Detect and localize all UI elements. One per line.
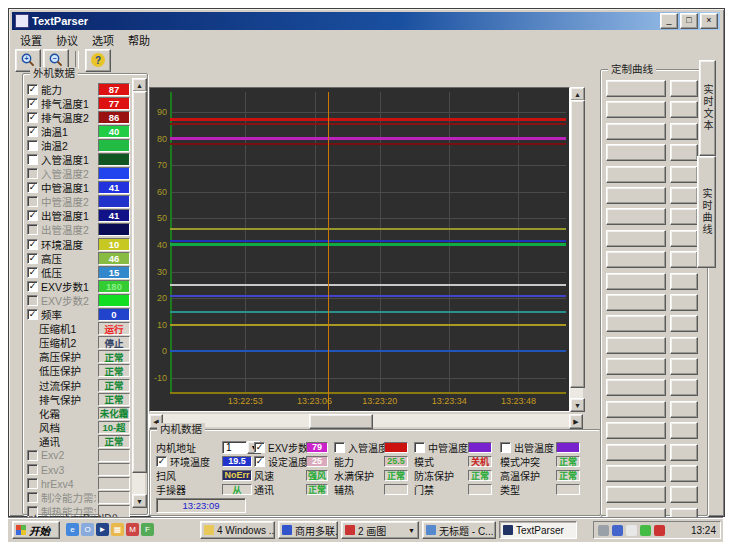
- help-button[interactable]: ?: [85, 49, 111, 72]
- custom-curve-value-button[interactable]: [670, 337, 698, 354]
- checkbox-排气温度2[interactable]: ✓: [27, 112, 38, 123]
- task-button-TextParser[interactable]: TextParser: [499, 521, 577, 539]
- custom-curve-button[interactable]: [606, 486, 666, 503]
- menu-item-2[interactable]: 协议: [49, 31, 85, 49]
- checkbox-出管温度2[interactable]: [27, 224, 38, 235]
- media-player-icon[interactable]: ►: [96, 523, 109, 536]
- custom-curve-button[interactable]: [606, 80, 666, 97]
- custom-curve-value-button[interactable]: [670, 101, 698, 118]
- checkbox-hrExv4[interactable]: [27, 478, 38, 489]
- checkbox-出管温度[interactable]: [500, 442, 511, 453]
- custom-curve-button[interactable]: [606, 358, 666, 375]
- outdoor-scrollbar[interactable]: ▲ ▼: [132, 78, 145, 508]
- custom-curve-button[interactable]: [606, 444, 666, 461]
- scroll-up-icon[interactable]: ▲: [132, 78, 147, 92]
- custom-curve-value-button[interactable]: [670, 187, 698, 204]
- side-tab-实时文本[interactable]: 实时文本: [699, 60, 716, 156]
- checkbox-EXV步数[interactable]: ✓: [254, 442, 265, 453]
- checkbox-油温1[interactable]: ✓: [27, 126, 38, 137]
- scroll-down-icon[interactable]: ▼: [570, 398, 585, 412]
- custom-curve-value-button[interactable]: [670, 315, 698, 332]
- menu-item-3[interactable]: 选项: [85, 31, 121, 49]
- time-cursor[interactable]: [328, 92, 329, 410]
- messenger-tray-icon[interactable]: [612, 525, 623, 536]
- custom-curve-button[interactable]: [606, 230, 666, 247]
- checkbox-中管温度[interactable]: [414, 442, 425, 453]
- messenger-icon[interactable]: M: [126, 523, 139, 536]
- checkbox-入管温度2[interactable]: [27, 168, 38, 179]
- printer-icon[interactable]: [598, 525, 609, 536]
- update-icon[interactable]: [626, 525, 637, 536]
- checkbox-环境温度[interactable]: ✓: [156, 456, 167, 467]
- custom-curve-value-button[interactable]: [670, 465, 698, 482]
- start-button[interactable]: 开始: [12, 521, 60, 539]
- checkbox-高压[interactable]: ✓: [27, 253, 38, 264]
- title-bar[interactable]: TextParser _ □ ×: [12, 12, 720, 30]
- checkbox-出管温度1[interactable]: ✓: [27, 210, 38, 221]
- custom-curve-button[interactable]: [606, 101, 666, 118]
- ie-icon[interactable]: e: [66, 523, 79, 536]
- custom-curve-button[interactable]: [606, 187, 666, 204]
- scrollbar-thumb[interactable]: [132, 91, 147, 473]
- checkbox-中管温度2[interactable]: [27, 196, 38, 207]
- custom-curve-button[interactable]: [606, 123, 666, 140]
- menu-item-4[interactable]: 帮助: [121, 31, 157, 49]
- checkbox-频率[interactable]: ✓: [27, 309, 38, 320]
- task-button-商用多联...[interactable]: 商用多联...: [278, 521, 338, 539]
- custom-curve-button[interactable]: [606, 465, 666, 482]
- custom-curve-value-button[interactable]: [670, 80, 698, 97]
- custom-curve-button[interactable]: [606, 144, 666, 161]
- scroll-down-icon[interactable]: ▼: [132, 494, 147, 508]
- custom-curve-value-button[interactable]: [670, 251, 698, 268]
- minimize-button[interactable]: _: [660, 13, 678, 29]
- chart-vertical-scrollbar[interactable]: ▲ ▼: [570, 87, 583, 412]
- network-icon[interactable]: [640, 525, 651, 536]
- antivirus-icon[interactable]: [654, 525, 665, 536]
- scroll-up-icon[interactable]: ▲: [570, 87, 585, 101]
- chevron-down-icon[interactable]: ▼: [408, 527, 415, 534]
- custom-curve-value-button[interactable]: [670, 358, 698, 375]
- custom-curve-button[interactable]: [606, 294, 666, 311]
- custom-curve-value-button[interactable]: [670, 208, 698, 225]
- show-desktop-icon[interactable]: ▦: [111, 523, 124, 536]
- checkbox-入管温度[interactable]: [334, 442, 345, 453]
- custom-curve-value-button[interactable]: [670, 230, 698, 247]
- checkbox-能力[interactable]: ✓: [27, 84, 38, 95]
- custom-curve-value-button[interactable]: [670, 422, 698, 439]
- task-button-无标题 - C...[interactable]: 无标题 - C...: [422, 521, 496, 539]
- custom-curve-button[interactable]: [606, 379, 666, 396]
- custom-curve-button[interactable]: [606, 422, 666, 439]
- side-tab-实时曲线[interactable]: 实时曲线: [697, 156, 716, 268]
- custom-curve-button[interactable]: [606, 315, 666, 332]
- checkbox-油温2[interactable]: [27, 140, 38, 151]
- custom-curve-button[interactable]: [606, 273, 666, 290]
- chart-horizontal-scrollbar[interactable]: ◀ ▶: [149, 414, 583, 427]
- custom-curve-value-button[interactable]: [670, 486, 698, 503]
- checkbox-低压[interactable]: ✓: [27, 267, 38, 278]
- maximize-button[interactable]: □: [680, 13, 698, 29]
- custom-curve-value-button[interactable]: [670, 294, 698, 311]
- close-button[interactable]: ×: [700, 13, 718, 29]
- custom-curve-button[interactable]: [606, 251, 666, 268]
- custom-curve-value-button[interactable]: [670, 379, 698, 396]
- custom-curve-value-button[interactable]: [670, 401, 698, 418]
- checkbox-EXV步数2[interactable]: [27, 295, 38, 306]
- checkbox-制冷能力需求[interactable]: [27, 492, 38, 503]
- checkbox-Exv2[interactable]: [27, 450, 38, 461]
- scrollbar-thumb[interactable]: [570, 100, 585, 388]
- explorer-icon[interactable]: F: [141, 523, 154, 536]
- scroll-right-icon[interactable]: ▶: [569, 414, 583, 429]
- checkbox-设定温度[interactable]: ✓: [254, 456, 265, 467]
- checkbox-入管温度1[interactable]: [27, 154, 38, 165]
- custom-curve-button[interactable]: [606, 337, 666, 354]
- custom-curve-value-button[interactable]: [670, 444, 698, 461]
- task-button-4 Windows ...[interactable]: 4 Windows ...▼: [200, 521, 275, 539]
- outlook-icon[interactable]: O: [81, 523, 94, 536]
- custom-curve-value-button[interactable]: [670, 273, 698, 290]
- scrollbar-thumb[interactable]: [309, 414, 373, 429]
- checkbox-中管温度1[interactable]: ✓: [27, 182, 38, 193]
- custom-curve-button[interactable]: [606, 208, 666, 225]
- checkbox-环境温度[interactable]: ✓: [27, 239, 38, 250]
- custom-curve-value-button[interactable]: [670, 166, 698, 183]
- custom-curve-button[interactable]: [606, 401, 666, 418]
